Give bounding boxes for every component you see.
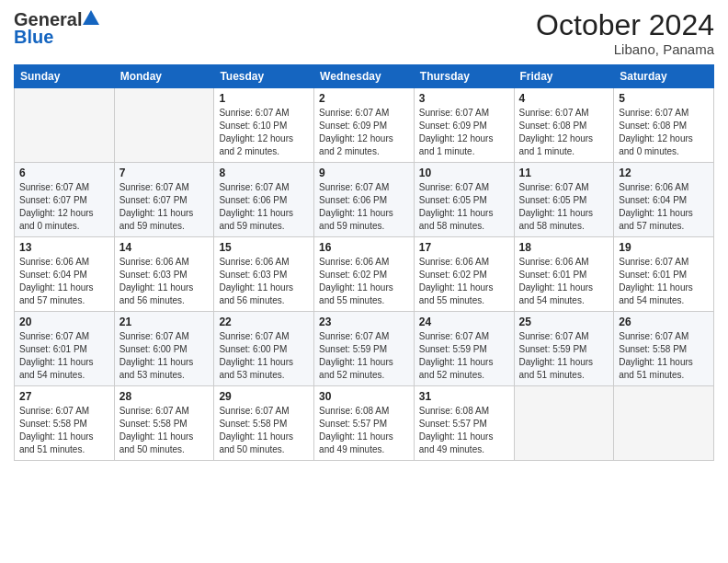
calendar-cell: 19Sunrise: 6:07 AMSunset: 6:01 PMDayligh… — [614, 237, 714, 312]
calendar-cell: 17Sunrise: 6:06 AMSunset: 6:02 PMDayligh… — [414, 237, 514, 312]
calendar-header-sunday: Sunday — [15, 65, 115, 88]
cell-info: Sunrise: 6:08 AMSunset: 5:57 PMDaylight:… — [319, 405, 409, 456]
calendar-cell: 23Sunrise: 6:07 AMSunset: 5:59 PMDayligh… — [314, 312, 415, 386]
cell-info: Sunrise: 6:07 AMSunset: 6:08 PMDaylight:… — [519, 107, 609, 158]
month-title: October 2024 — [536, 9, 714, 41]
cell-info: Sunrise: 6:07 AMSunset: 5:58 PMDaylight:… — [119, 405, 210, 456]
day-number: 16 — [319, 241, 409, 254]
calendar-week-row: 27Sunrise: 6:07 AMSunset: 5:58 PMDayligh… — [15, 386, 714, 461]
day-number: 27 — [19, 390, 109, 403]
calendar-cell: 15Sunrise: 6:06 AMSunset: 6:03 PMDayligh… — [214, 237, 314, 312]
cell-info: Sunrise: 6:06 AMSunset: 6:04 PMDaylight:… — [19, 256, 109, 307]
calendar-cell: 14Sunrise: 6:06 AMSunset: 6:03 PMDayligh… — [114, 237, 214, 312]
cell-info: Sunrise: 6:07 AMSunset: 6:06 PMDaylight:… — [219, 181, 309, 233]
cell-info: Sunrise: 6:07 AMSunset: 6:01 PMDaylight:… — [619, 256, 709, 307]
calendar-cell: 27Sunrise: 6:07 AMSunset: 5:58 PMDayligh… — [15, 386, 115, 461]
calendar-cell: 6Sunrise: 6:07 AMSunset: 6:07 PMDaylight… — [15, 163, 115, 237]
day-number: 26 — [619, 316, 709, 328]
cell-info: Sunrise: 6:07 AMSunset: 6:08 PMDaylight:… — [619, 107, 709, 158]
calendar-cell — [514, 386, 614, 461]
calendar-header-wednesday: Wednesday — [314, 65, 415, 88]
day-number: 23 — [319, 316, 409, 328]
day-number: 13 — [19, 241, 109, 254]
day-number: 15 — [219, 241, 309, 254]
calendar-header-tuesday: Tuesday — [214, 65, 314, 88]
cell-info: Sunrise: 6:07 AMSunset: 6:07 PMDaylight:… — [119, 181, 210, 233]
cell-info: Sunrise: 6:07 AMSunset: 6:06 PMDaylight:… — [319, 181, 409, 233]
logo: General Blue — [14, 9, 99, 48]
cell-info: Sunrise: 6:06 AMSunset: 6:03 PMDaylight:… — [119, 256, 210, 307]
calendar-cell — [114, 88, 214, 163]
calendar-header-monday: Monday — [114, 65, 214, 88]
day-number: 28 — [119, 390, 210, 403]
calendar-header-thursday: Thursday — [414, 65, 514, 88]
calendar-cell: 1Sunrise: 6:07 AMSunset: 6:10 PMDaylight… — [214, 88, 314, 163]
calendar-cell: 5Sunrise: 6:07 AMSunset: 6:08 PMDaylight… — [614, 88, 714, 163]
day-number: 8 — [219, 167, 309, 179]
calendar-cell: 22Sunrise: 6:07 AMSunset: 6:00 PMDayligh… — [214, 312, 314, 386]
day-number: 12 — [619, 167, 709, 179]
calendar-cell: 30Sunrise: 6:08 AMSunset: 5:57 PMDayligh… — [314, 386, 415, 461]
calendar-cell: 18Sunrise: 6:06 AMSunset: 6:01 PMDayligh… — [514, 237, 614, 312]
day-number: 20 — [19, 316, 109, 328]
cell-info: Sunrise: 6:06 AMSunset: 6:04 PMDaylight:… — [619, 181, 709, 233]
cell-info: Sunrise: 6:07 AMSunset: 6:09 PMDaylight:… — [319, 107, 409, 158]
calendar-cell: 12Sunrise: 6:06 AMSunset: 6:04 PMDayligh… — [614, 163, 714, 237]
cell-info: Sunrise: 6:07 AMSunset: 5:58 PMDaylight:… — [19, 405, 109, 456]
cell-info: Sunrise: 6:06 AMSunset: 6:02 PMDaylight:… — [419, 256, 509, 307]
calendar-cell: 20Sunrise: 6:07 AMSunset: 6:01 PMDayligh… — [15, 312, 115, 386]
calendar-cell: 2Sunrise: 6:07 AMSunset: 6:09 PMDaylight… — [314, 88, 415, 163]
calendar-cell — [614, 386, 714, 461]
day-number: 2 — [319, 92, 409, 105]
day-number: 1 — [219, 92, 309, 105]
day-number: 9 — [319, 167, 409, 179]
day-number: 24 — [419, 316, 509, 328]
calendar: SundayMondayTuesdayWednesdayThursdayFrid… — [14, 64, 714, 461]
cell-info: Sunrise: 6:07 AMSunset: 5:58 PMDaylight:… — [219, 405, 309, 456]
calendar-cell: 8Sunrise: 6:07 AMSunset: 6:06 PMDaylight… — [214, 163, 314, 237]
cell-info: Sunrise: 6:07 AMSunset: 6:07 PMDaylight:… — [19, 181, 109, 233]
calendar-cell: 28Sunrise: 6:07 AMSunset: 5:58 PMDayligh… — [114, 386, 214, 461]
calendar-cell: 25Sunrise: 6:07 AMSunset: 5:59 PMDayligh… — [514, 312, 614, 386]
day-number: 17 — [419, 241, 509, 254]
calendar-week-row: 13Sunrise: 6:06 AMSunset: 6:04 PMDayligh… — [15, 237, 714, 312]
calendar-cell: 24Sunrise: 6:07 AMSunset: 5:59 PMDayligh… — [414, 312, 514, 386]
cell-info: Sunrise: 6:07 AMSunset: 6:05 PMDaylight:… — [419, 181, 509, 233]
calendar-cell: 26Sunrise: 6:07 AMSunset: 5:58 PMDayligh… — [614, 312, 714, 386]
cell-info: Sunrise: 6:07 AMSunset: 5:59 PMDaylight:… — [419, 330, 509, 382]
calendar-cell: 21Sunrise: 6:07 AMSunset: 6:00 PMDayligh… — [114, 312, 214, 386]
calendar-cell — [15, 88, 115, 163]
location: Libano, Panama — [536, 41, 714, 57]
day-number: 5 — [619, 92, 709, 105]
cell-info: Sunrise: 6:08 AMSunset: 5:57 PMDaylight:… — [419, 405, 509, 456]
day-number: 21 — [119, 316, 210, 328]
day-number: 31 — [419, 390, 509, 403]
calendar-header-row: SundayMondayTuesdayWednesdayThursdayFrid… — [15, 65, 714, 88]
calendar-cell: 10Sunrise: 6:07 AMSunset: 6:05 PMDayligh… — [414, 163, 514, 237]
calendar-week-row: 6Sunrise: 6:07 AMSunset: 6:07 PMDaylight… — [15, 163, 714, 237]
cell-info: Sunrise: 6:07 AMSunset: 6:00 PMDaylight:… — [219, 330, 309, 382]
cell-info: Sunrise: 6:07 AMSunset: 5:59 PMDaylight:… — [319, 330, 409, 382]
calendar-cell: 16Sunrise: 6:06 AMSunset: 6:02 PMDayligh… — [314, 237, 415, 312]
cell-info: Sunrise: 6:07 AMSunset: 6:00 PMDaylight:… — [119, 330, 210, 382]
calendar-cell: 7Sunrise: 6:07 AMSunset: 6:07 PMDaylight… — [114, 163, 214, 237]
day-number: 30 — [319, 390, 409, 403]
day-number: 3 — [419, 92, 509, 105]
calendar-header-friday: Friday — [514, 65, 614, 88]
calendar-header-saturday: Saturday — [614, 65, 714, 88]
cell-info: Sunrise: 6:07 AMSunset: 6:05 PMDaylight:… — [519, 181, 609, 233]
day-number: 18 — [519, 241, 609, 254]
day-number: 10 — [419, 167, 509, 179]
day-number: 11 — [519, 167, 609, 179]
day-number: 7 — [119, 167, 210, 179]
cell-info: Sunrise: 6:06 AMSunset: 6:02 PMDaylight:… — [319, 256, 409, 307]
calendar-cell: 29Sunrise: 6:07 AMSunset: 5:58 PMDayligh… — [214, 386, 314, 461]
cell-info: Sunrise: 6:07 AMSunset: 6:01 PMDaylight:… — [19, 330, 109, 382]
logo-icon — [83, 10, 99, 25]
cell-info: Sunrise: 6:07 AMSunset: 5:59 PMDaylight:… — [519, 330, 609, 382]
cell-info: Sunrise: 6:07 AMSunset: 6:10 PMDaylight:… — [219, 107, 309, 158]
title-area: October 2024 Libano, Panama — [536, 9, 714, 57]
header: General Blue October 2024 Libano, Panama — [14, 9, 714, 57]
day-number: 6 — [19, 167, 109, 179]
calendar-week-row: 20Sunrise: 6:07 AMSunset: 6:01 PMDayligh… — [15, 312, 714, 386]
